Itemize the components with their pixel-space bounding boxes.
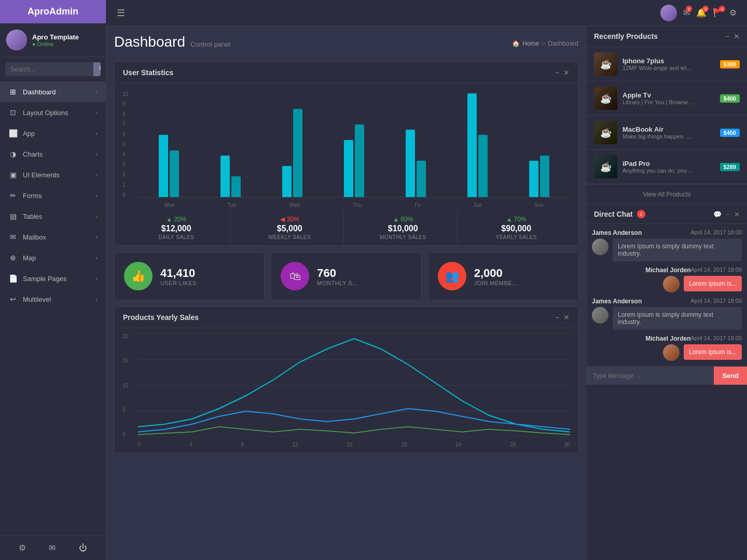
metrics-row: 👍 41,410 USER LIKES 🛍 760 MONTHLY S... 👥 (114, 252, 578, 300)
product-item-2: ☕ MacBook Air Make big things happen. Al… (587, 116, 747, 150)
page-subtitle: Control panel (190, 40, 230, 48)
sales-icon: 🛍 (281, 262, 309, 290)
bar-tue-b (231, 176, 241, 197)
page-header-row: Dashboard Control panel 🏠 Home > Dashboa… (114, 34, 578, 53)
search-button[interactable]: 🔍 (93, 62, 101, 76)
sidebar-item-layout[interactable]: ⊡Layout Options ‹ (0, 102, 106, 123)
nav-arrow: ‹ (96, 110, 98, 116)
chat-actions: 💬 − ✕ (713, 211, 740, 218)
minimize-yearly-icon[interactable]: − (555, 313, 559, 321)
stat-weekly-change: ◀ 30% (241, 216, 339, 223)
avatar (6, 30, 27, 50)
stat-monthly-label: MONTHLY SALES (354, 234, 452, 240)
product-img-3: ☕ (594, 155, 617, 178)
chat-send-button[interactable]: Send (714, 367, 747, 385)
tables-icon: ▤ (8, 212, 18, 220)
sidebar-nav: ⊞Dashboard ‹ ⊡Layout Options ‹ ⬜App ‹ ◑C… (0, 81, 106, 310)
view-all-products[interactable]: View All Products (587, 184, 747, 204)
user-stats-body: 10 9 8 7 6 5 4 3 2 1 0 (115, 83, 578, 245)
sidebar-item-label: Multilevel (23, 296, 51, 303)
main-area: ☰ ✉ 1 🔔 3 🚩 1 ⚙ Dashboard Control panel (106, 0, 747, 560)
chat-message-1: April 14, 2017 18:00 Michael Jorden Lore… (592, 267, 742, 292)
stat-monthly-value: $10,000 (354, 224, 452, 233)
mailbox-icon: ✉ (8, 233, 18, 241)
close-yearly-icon[interactable]: ✕ (563, 313, 570, 321)
chat-sender-2: James Anderson (592, 298, 642, 305)
metric-sales-label: MONTHLY S... (317, 280, 357, 286)
chat-bubble-2: Lorem ipsum is simply dummy text industr… (613, 307, 742, 330)
yearly-sales-card: Products Yearly Sales − ✕ 20 15 10 5 (114, 306, 578, 453)
product-price-3: $289 (720, 163, 740, 171)
breadcrumb-home[interactable]: Home (522, 40, 539, 47)
bell-badge: 3 (702, 6, 709, 12)
close-products-icon[interactable]: ✕ (734, 32, 740, 40)
yearly-sales-header: Products Yearly Sales − ✕ (115, 307, 578, 328)
bar-thu-a (344, 140, 353, 197)
sidebar-item-mailbox[interactable]: ✉Mailbox ‹ (0, 227, 106, 247)
sidebar-item-app[interactable]: ⬜App ‹ (0, 123, 106, 144)
sidebar-item-label: Charts (23, 150, 43, 158)
app-icon: ⬜ (8, 129, 18, 137)
metric-likes-label: USER LIKES (160, 280, 197, 286)
search-box: 🔍 (5, 62, 101, 76)
minimize-chat-icon[interactable]: − (726, 211, 730, 218)
chat-input[interactable] (587, 367, 714, 385)
sidebar-item-charts[interactable]: ◑Charts ‹ (0, 144, 106, 164)
recently-products-actions: − ✕ (725, 32, 740, 40)
sidebar-item-sample-pages[interactable]: 📄Sample Pages ‹ (0, 268, 106, 289)
chat-message-2: James Anderson April 14, 2017 18:00 Lore… (592, 298, 742, 330)
page-header: Dashboard Control panel (114, 34, 230, 50)
mail-icon-top[interactable]: ✉ 1 (683, 8, 690, 18)
power-button[interactable]: ⏻ (79, 543, 87, 553)
metric-sales-info: 760 MONTHLY S... (317, 267, 357, 286)
settings-button[interactable]: ⚙ (19, 543, 26, 553)
profile-name: Apro Template (32, 33, 79, 41)
product-item-1: ☕ Apple Tv Library | For You | Browse | … (587, 81, 747, 116)
sidebar-item-ui-elements[interactable]: ▣UI Elements ‹ (0, 164, 106, 185)
sidebar-item-map[interactable]: ⊕Map ‹ (0, 247, 106, 268)
profile-status: ● Online (32, 41, 79, 47)
chat-sender-3: Michael Jorden (645, 335, 690, 342)
topbar-left: ☰ (117, 7, 125, 19)
direct-chat-header: Direct Chat 1 💬 − ✕ (587, 205, 747, 224)
mail-button[interactable]: ✉ (49, 543, 56, 553)
stat-monthly-change: ▲ 60% (354, 216, 452, 223)
gear-icon-top[interactable]: ⚙ (729, 8, 737, 18)
nav-arrow: ‹ (96, 89, 98, 95)
bell-icon-top[interactable]: 🔔 3 (696, 8, 707, 18)
top-avatar[interactable] (660, 5, 677, 21)
sidebar-item-tables[interactable]: ▤Tables ‹ (0, 206, 106, 227)
sidebar-item-forms[interactable]: ✏Forms ‹ (0, 185, 106, 206)
nav-arrow: ‹ (96, 131, 98, 136)
bar-group-tue (220, 156, 241, 197)
search-input[interactable] (5, 63, 93, 76)
flag-badge: 1 (719, 6, 725, 12)
recently-products-title: Recently Products (594, 32, 658, 40)
members-icon: 👥 (438, 262, 466, 290)
sidebar-item-label: Forms (23, 192, 42, 200)
topbar: ☰ ✉ 1 🔔 3 🚩 1 ⚙ (106, 0, 747, 26)
chat-bubble-3: Lorem Ipsum is... (684, 344, 742, 360)
hamburger-menu[interactable]: ☰ (117, 7, 125, 19)
close-chat-icon[interactable]: ✕ (734, 211, 740, 218)
chat-time-2: April 14, 2017 18:00 (691, 298, 742, 305)
stat-yearly: ▲ 70% $90,000 YEARLY SALES (463, 211, 571, 245)
yearly-sales-actions: − ✕ (555, 313, 570, 321)
close-icon[interactable]: ✕ (563, 68, 570, 77)
product-price-2: $450 (720, 129, 740, 137)
bar-group-wed (282, 109, 302, 197)
sidebar-footer: ⚙ ✉ ⏻ (0, 535, 106, 560)
minimize-products-icon[interactable]: − (725, 32, 729, 40)
minimize-icon[interactable]: − (555, 68, 559, 77)
chat-bubble-icon[interactable]: 💬 (713, 211, 722, 218)
chat-bubble-0: Lorem Ipsum is simply dummy text industr… (613, 239, 742, 261)
sidebar-item-label: Tables (23, 213, 43, 220)
product-price-1: $400 (720, 94, 740, 103)
sidebar-item-multilevel[interactable]: ↩Multilevel ‹ (0, 289, 106, 310)
flag-icon-top[interactable]: 🚩 1 (713, 8, 723, 18)
product-desc-0: 12MP Wide-angle and telephoto came... (622, 65, 695, 71)
sidebar-item-dashboard[interactable]: ⊞Dashboard ‹ (0, 81, 106, 102)
bar-group-mon (159, 135, 179, 197)
ui-icon: ▣ (8, 171, 18, 179)
sidebar-profile: Apro Template ● Online (0, 23, 106, 57)
